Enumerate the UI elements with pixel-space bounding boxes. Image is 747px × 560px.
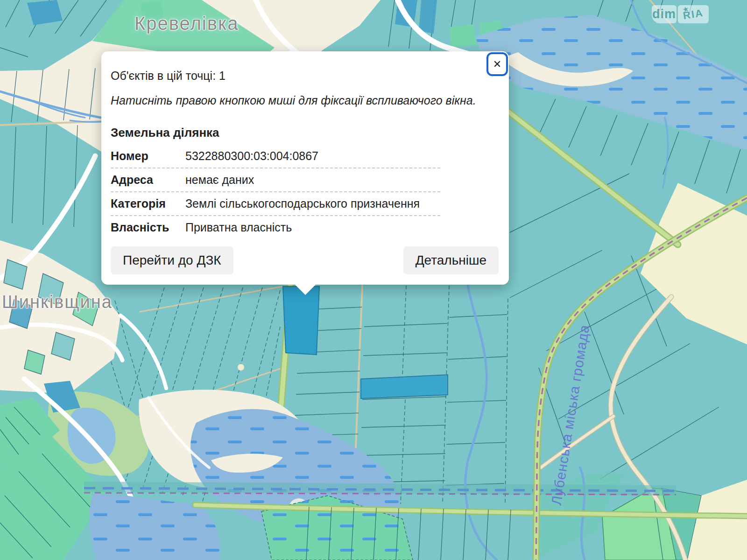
- site-watermark: dim ★ RIA: [652, 5, 709, 23]
- parcel-section-title: Земельна ділянка: [111, 125, 499, 140]
- selected-parcel: [283, 287, 319, 355]
- field-value: немає даних: [185, 173, 440, 187]
- close-icon: ✕: [493, 59, 501, 70]
- dim-logo: dim: [652, 5, 677, 23]
- go-to-dzk-button[interactable]: Перейти до ДЗК: [111, 246, 233, 274]
- field-value: 5322880300:03:004:0867: [185, 149, 440, 163]
- field-value: Приватна власність: [185, 221, 440, 234]
- close-button[interactable]: ✕: [486, 52, 508, 76]
- ria-logo: ★ RIA: [678, 5, 709, 23]
- table-row: Власність Приватна власність: [111, 216, 440, 239]
- table-row: Категорія Землі сільськогосподарського п…: [111, 192, 440, 216]
- table-row: Номер 5322880300:03:004:0867: [111, 145, 440, 168]
- field-label: Номер: [111, 149, 185, 163]
- parcel-attributes-table: Номер 5322880300:03:004:0867 Адреса нема…: [111, 145, 440, 239]
- field-label: Категорія: [111, 197, 185, 210]
- highlighted-parcel: [361, 375, 448, 399]
- popup-actions: Перейти до ДЗК Детальніше: [111, 246, 499, 274]
- field-label: Адреса: [111, 173, 185, 187]
- popup-hint-text: Натисніть правою кнопкою миші для фіксац…: [111, 92, 499, 108]
- field-label: Власність: [111, 221, 185, 234]
- parcel-info-popup: ✕ Об'єктів в цій точці: 1 Натисніть прав…: [101, 51, 509, 285]
- details-button[interactable]: Детальніше: [403, 246, 499, 274]
- table-row: Адреса немає даних: [111, 168, 440, 192]
- objects-count-text: Об'єктів в цій точці: 1: [111, 68, 499, 83]
- field-value: Землі сільськогосподарського призначення: [185, 197, 440, 210]
